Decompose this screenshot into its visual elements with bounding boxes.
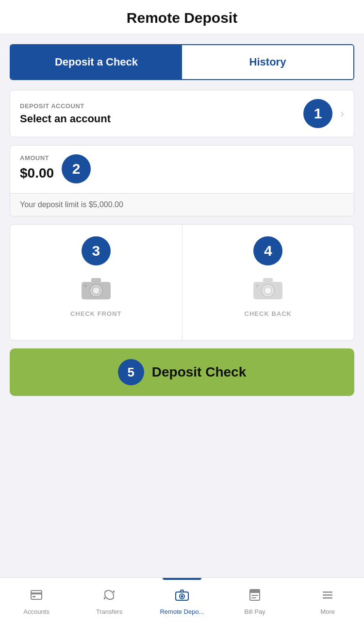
deposit-limit-row: Your deposit limit is $5,000.00 [10, 193, 354, 216]
nav-transfers-label: Transfers [96, 608, 122, 615]
svg-point-4 [94, 289, 98, 293]
nav-more-label: More [320, 608, 335, 615]
step-circle-1: 1 [303, 99, 332, 128]
nav-more[interactable]: More [291, 578, 364, 625]
check-front-label: CHECK FRONT [70, 310, 122, 317]
amount-header: AMOUNT $0.00 2 [20, 154, 344, 183]
page-title: Remote Deposit [127, 10, 237, 26]
svg-rect-25 [323, 594, 332, 596]
step-circle-2: 2 [62, 154, 91, 183]
nav-accounts[interactable]: Accounts [0, 578, 73, 625]
camera-front-icon [81, 275, 112, 303]
tab-deposit[interactable]: Deposit a Check [11, 45, 182, 79]
accounts-icon [30, 588, 43, 605]
deposit-account-card[interactable]: DEPOSIT ACCOUNT Select an account 1 › [10, 90, 354, 137]
svg-point-11 [256, 284, 259, 287]
svg-rect-22 [251, 595, 258, 596]
amount-text-group: AMOUNT $0.00 [20, 154, 54, 181]
amount-section: AMOUNT $0.00 2 [10, 146, 354, 193]
step-circle-3: 3 [82, 236, 111, 265]
svg-point-5 [84, 284, 87, 287]
main-content: DEPOSIT ACCOUNT Select an account 1 › AM… [0, 80, 364, 396]
camera-back-icon [252, 275, 283, 303]
nav-remote-deposit-label: Remote Depo... [160, 608, 204, 615]
chevron-right-icon: › [340, 107, 344, 120]
check-front-section[interactable]: 3 CHECK FRONT [10, 225, 182, 340]
step-circle-4: 4 [253, 236, 282, 265]
more-icon [321, 588, 334, 605]
svg-rect-21 [250, 590, 260, 593]
bottom-navigation: Accounts Transfers Remote Depo... [0, 577, 364, 625]
nav-bill-pay[interactable]: Bill Pay [218, 578, 291, 625]
tab-switcher: Deposit a Check History [10, 44, 354, 80]
deposit-check-button[interactable]: 5 Deposit Check [10, 348, 354, 396]
tab-history[interactable]: History [182, 45, 353, 79]
remote-deposit-icon [175, 588, 189, 605]
nav-accounts-label: Accounts [23, 608, 49, 615]
amount-value: $0.00 [20, 165, 54, 181]
account-value: Select an account [20, 113, 296, 125]
svg-rect-23 [251, 597, 256, 598]
svg-rect-7 [263, 278, 273, 283]
check-back-section[interactable]: 4 CHECK BACK [182, 225, 354, 340]
transfers-icon [102, 588, 116, 605]
amount-card: AMOUNT $0.00 2 Your deposit limit is $5,… [10, 145, 354, 216]
svg-rect-14 [33, 596, 35, 597]
bill-pay-icon [248, 588, 262, 605]
check-back-label: CHECK BACK [245, 310, 292, 317]
nav-transfers[interactable]: Transfers [73, 578, 146, 625]
step-circle-5: 5 [118, 359, 144, 385]
nav-bill-pay-label: Bill Pay [244, 608, 265, 615]
svg-rect-13 [31, 592, 42, 594]
svg-rect-12 [31, 591, 42, 599]
nav-remote-deposit[interactable]: Remote Depo... [146, 578, 218, 625]
account-row[interactable]: DEPOSIT ACCOUNT Select an account 1 › [10, 90, 354, 137]
svg-rect-24 [323, 592, 332, 593]
page-header: Remote Deposit [0, 0, 364, 34]
amount-section-label: AMOUNT [20, 154, 54, 162]
svg-point-10 [266, 289, 270, 293]
svg-rect-1 [91, 278, 101, 283]
svg-point-19 [181, 595, 183, 597]
deposit-limit-text: Your deposit limit is $5,000.00 [20, 200, 123, 209]
account-info: DEPOSIT ACCOUNT Select an account [20, 102, 296, 125]
account-section-label: DEPOSIT ACCOUNT [20, 102, 296, 110]
svg-rect-26 [323, 597, 332, 599]
photo-card: 3 CHECK FRONT [10, 224, 354, 341]
deposit-button-label: Deposit Check [152, 364, 247, 380]
